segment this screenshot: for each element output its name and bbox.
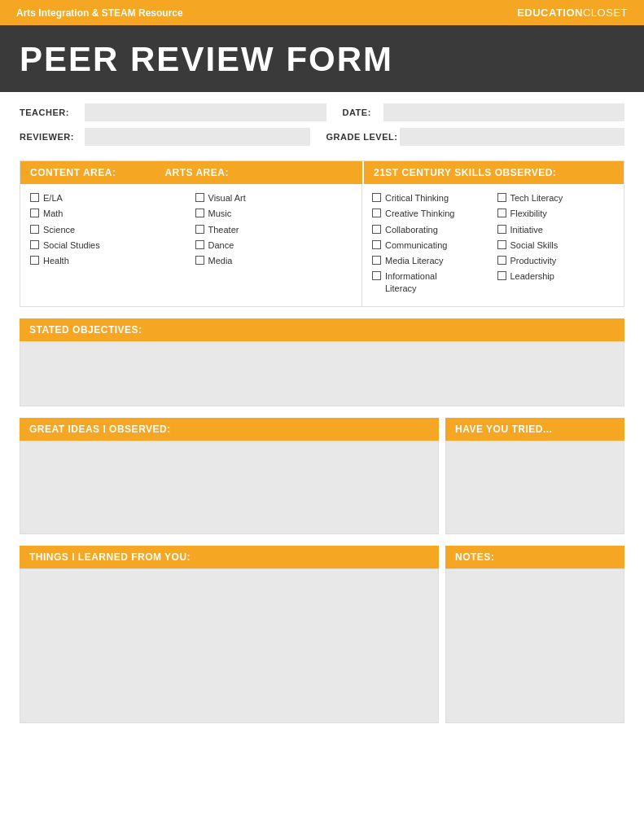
- science-checkbox[interactable]: [30, 225, 39, 234]
- skill-productivity: Productivity: [497, 255, 615, 266]
- form-fields: TEACHER: DATE: REVIEWER: GRADE LEVEL:: [0, 92, 644, 160]
- music-label: Music: [208, 208, 232, 219]
- dance-label: Dance: [208, 239, 234, 251]
- theater-label: Theater: [208, 224, 239, 235]
- collaborating-label: Collaborating: [385, 224, 438, 235]
- reviewer-row: REVIEWER: GRADE LEVEL:: [20, 128, 624, 146]
- critical-thinking-checkbox[interactable]: [372, 193, 381, 202]
- critical-thinking-label: Critical Thinking: [385, 192, 449, 204]
- informational-literacy-label: InformationalLiteracy: [385, 270, 437, 294]
- health-label: Health: [43, 255, 69, 266]
- arts-theater: Theater: [195, 224, 353, 235]
- creative-thinking-checkbox[interactable]: [372, 208, 381, 217]
- skill-initiative: Initiative: [497, 224, 615, 235]
- arts-media: Media: [195, 255, 353, 266]
- teacher-label: TEACHER:: [20, 108, 85, 117]
- content-social-studies: Social Studies: [30, 239, 187, 251]
- music-checkbox[interactable]: [195, 208, 204, 217]
- skills-body: Critical Thinking Creative Thinking Coll…: [362, 184, 624, 306]
- visual-art-checkbox[interactable]: [195, 193, 204, 202]
- things-learned-left: THINGS I LEARNED FROM YOU:: [20, 546, 439, 723]
- content-science: Science: [30, 224, 187, 235]
- skill-critical-thinking: Critical Thinking: [372, 192, 489, 204]
- content-area-header-text: CONTENT AREA:: [30, 167, 116, 178]
- objectives-header-text: STATED OBJECTIVES:: [29, 324, 142, 336]
- education-bold: EDUCATION: [517, 7, 583, 19]
- closet-light: CLOSET: [583, 7, 628, 19]
- health-checkbox[interactable]: [30, 256, 39, 265]
- ela-label: E/LA: [43, 192, 63, 204]
- skill-collaborating: Collaborating: [372, 224, 489, 235]
- great-ideas-body[interactable]: [20, 441, 439, 534]
- section-header-row: CONTENT AREA: ARTS AREA: 21ST CENTURY SK…: [20, 161, 624, 184]
- skills-header-text: 21ST CENTURY SKILLS OBSERVED:: [374, 167, 556, 178]
- arts-dance: Dance: [195, 239, 353, 251]
- initiative-label: Initiative: [510, 224, 543, 235]
- social-studies-checkbox[interactable]: [30, 240, 39, 249]
- skill-leadership: Leadership: [497, 270, 615, 282]
- great-ideas-header: GREAT IDEAS I OBSERVED:: [20, 418, 439, 441]
- skills-col-2: Tech Literacy Flexibility Initiative Soc…: [497, 192, 615, 298]
- initiative-checkbox[interactable]: [497, 225, 506, 234]
- leadership-label: Leadership: [510, 270, 554, 282]
- page-title: PEER REVIEW FORM: [20, 40, 624, 79]
- math-checkbox[interactable]: [30, 208, 39, 217]
- content-math: Math: [30, 208, 187, 219]
- media-literacy-checkbox[interactable]: [372, 256, 381, 265]
- leadership-checkbox[interactable]: [497, 271, 506, 280]
- flexibility-checkbox[interactable]: [497, 208, 506, 217]
- grade-level-input[interactable]: [400, 128, 625, 146]
- content-skills-body: E/LA Math Science Social Studies Health: [20, 184, 624, 306]
- top-bar-left-text: Arts Integration & STEAM Resource: [16, 7, 183, 19]
- great-ideas-left: GREAT IDEAS I OBSERVED:: [20, 418, 439, 534]
- have-you-tried-header-text: HAVE YOU TRIED...: [455, 424, 552, 435]
- top-bar-right-text: EDUCATIONCLOSET: [517, 7, 628, 19]
- title-section: PEER REVIEW FORM: [0, 25, 644, 92]
- have-you-tried-header: HAVE YOU TRIED...: [445, 418, 624, 441]
- skill-flexibility: Flexibility: [497, 208, 615, 219]
- things-learned-section: THINGS I LEARNED FROM YOU: NOTES:: [20, 546, 624, 723]
- arts-visual-art: Visual Art: [195, 192, 353, 204]
- teacher-input[interactable]: [85, 103, 326, 121]
- things-learned-body[interactable]: [20, 568, 439, 723]
- creative-thinking-label: Creative Thinking: [385, 208, 454, 219]
- math-label: Math: [43, 208, 63, 219]
- communicating-checkbox[interactable]: [372, 240, 381, 249]
- theater-checkbox[interactable]: [195, 225, 204, 234]
- objectives-header: STATED OBJECTIVES:: [20, 318, 624, 341]
- date-input[interactable]: [383, 103, 625, 121]
- social-skills-checkbox[interactable]: [497, 240, 506, 249]
- date-label: DATE:: [343, 108, 383, 117]
- content-area-body: E/LA Math Science Social Studies Health: [20, 184, 362, 306]
- skill-social-skills: Social Skills: [497, 239, 615, 251]
- skill-tech-literacy: Tech Literacy: [497, 192, 615, 204]
- dance-checkbox[interactable]: [195, 240, 204, 249]
- flexibility-label: Flexibility: [510, 208, 547, 219]
- notes-header: NOTES:: [445, 546, 624, 568]
- collaborating-checkbox[interactable]: [372, 225, 381, 234]
- skill-informational-literacy: InformationalLiteracy: [372, 270, 489, 294]
- reviewer-input[interactable]: [85, 128, 310, 146]
- skill-creative-thinking: Creative Thinking: [372, 208, 489, 219]
- media-label: Media: [208, 255, 233, 266]
- things-learned-header: THINGS I LEARNED FROM YOU:: [20, 546, 439, 568]
- media-checkbox[interactable]: [195, 256, 204, 265]
- notes-right: NOTES:: [445, 546, 624, 723]
- great-ideas-section: GREAT IDEAS I OBSERVED: HAVE YOU TRIED..…: [20, 418, 624, 534]
- objectives-text-area[interactable]: [20, 341, 624, 406]
- reviewer-label: REVIEWER:: [20, 132, 85, 142]
- content-area-header: CONTENT AREA: ARTS AREA:: [20, 161, 362, 184]
- ela-checkbox[interactable]: [30, 193, 39, 202]
- have-you-tried-right: HAVE YOU TRIED...: [445, 418, 624, 534]
- have-you-tried-body[interactable]: [445, 441, 624, 534]
- great-ideas-header-text: GREAT IDEAS I OBSERVED:: [29, 424, 171, 435]
- skills-header: 21ST CENTURY SKILLS OBSERVED:: [362, 161, 624, 184]
- social-studies-label: Social Studies: [43, 239, 100, 251]
- informational-literacy-checkbox[interactable]: [372, 271, 381, 280]
- science-label: Science: [43, 224, 75, 235]
- productivity-checkbox[interactable]: [497, 256, 506, 265]
- things-learned-header-text: THINGS I LEARNED FROM YOU:: [29, 551, 191, 563]
- tech-literacy-checkbox[interactable]: [497, 193, 506, 202]
- notes-body[interactable]: [445, 568, 624, 723]
- teacher-row: TEACHER: DATE:: [20, 103, 624, 121]
